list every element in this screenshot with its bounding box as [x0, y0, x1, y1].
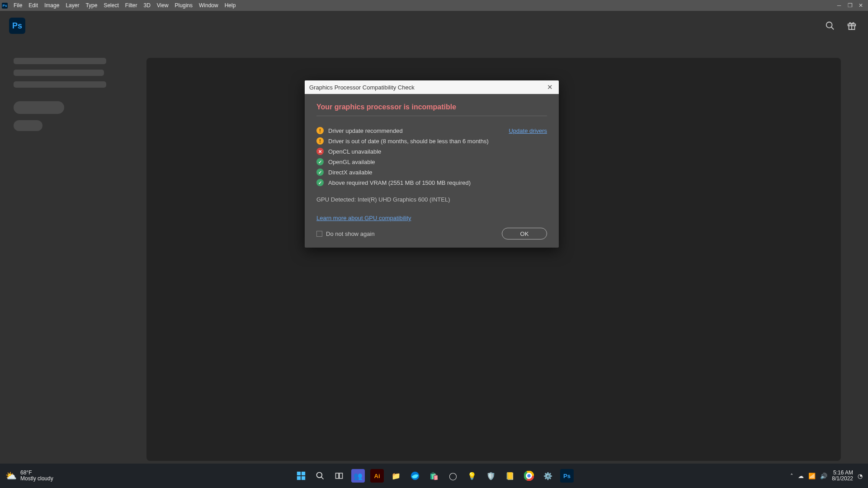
do-not-show-again[interactable]: Do not show again [316, 230, 375, 237]
check-text: OpenCL unavailable [328, 148, 547, 155]
weather-desc: Mostly cloudy [20, 476, 53, 482]
menu-view[interactable]: View [154, 2, 172, 9]
menu-filter[interactable]: Filter [122, 2, 141, 9]
close-icon[interactable]: ✕ [545, 83, 554, 91]
store-icon[interactable]: 🛍️ [427, 469, 441, 483]
check-row-directx: ✓ DirectX available [316, 169, 547, 176]
check-row-opengl: ✓ OpenGL available [316, 158, 547, 165]
placeholder-line [14, 58, 106, 64]
update-drivers-link[interactable]: Update drivers [509, 127, 547, 134]
placeholder-pill [14, 101, 64, 114]
dialog-title-text: Graphics Processor Compatibility Check [309, 84, 545, 91]
tray-notifications-icon[interactable]: ◔ [858, 473, 863, 479]
system-tray: ˄ ☁ 📶 🔊 5:16 AM 8/1/2022 ◔ [790, 470, 863, 482]
check-row-driver-update: ! Driver update recommended Update drive… [316, 127, 547, 134]
menu-layer[interactable]: Layer [62, 2, 82, 9]
svg-rect-12 [340, 473, 343, 479]
photoshop-taskbar-icon[interactable]: Ps [560, 469, 574, 483]
dns-label: Do not show again [326, 230, 375, 237]
tray-date: 8/1/2022 [832, 476, 853, 482]
tray-wifi-icon[interactable]: 📶 [808, 473, 816, 479]
app-icon-3[interactable]: 📒 [503, 469, 517, 483]
ok-button[interactable]: OK [502, 228, 547, 239]
placeholder-pill [14, 120, 42, 131]
menu-plugins[interactable]: Plugins [172, 2, 196, 9]
learn-more-link[interactable]: Learn more about GPU compatibility [316, 215, 411, 221]
check-row-driver-date: ! Driver is out of date (8 months, shoul… [316, 137, 547, 145]
weather-widget[interactable]: ⛅ 68°F Mostly cloudy [5, 470, 53, 482]
check-icon: ✓ [316, 179, 324, 186]
windows-taskbar: ⛅ 68°F Mostly cloudy 👥 Ai 📁 🛍️ ◯ 💡 🛡️ 📒 … [0, 464, 868, 488]
check-icon: ✓ [316, 158, 324, 165]
minimize-button[interactable]: ─ [834, 1, 844, 9]
menu-window[interactable]: Window [196, 2, 222, 9]
check-text: DirectX available [328, 169, 547, 176]
placeholder-line [14, 70, 104, 76]
menu-file[interactable]: File [10, 2, 25, 9]
tray-chevron-icon[interactable]: ˄ [790, 473, 793, 479]
tray-volume-icon[interactable]: 🔊 [820, 473, 827, 479]
ps-corner-icon: Ps [2, 3, 8, 9]
menu-type[interactable]: Type [82, 2, 100, 9]
svg-rect-8 [302, 476, 305, 480]
app-icon-2[interactable]: 💡 [465, 469, 479, 483]
dns-checkbox[interactable] [316, 231, 322, 237]
dialog-headline: Your graphics processor is incompatible [316, 103, 547, 116]
home-sidebar [14, 58, 113, 136]
gpu-detected-line: GPU Detected: Intel(R) UHD Graphics 600 … [316, 196, 547, 203]
svg-point-9 [317, 473, 322, 478]
svg-line-10 [321, 477, 324, 479]
tray-clock[interactable]: 5:16 AM 8/1/2022 [832, 470, 853, 482]
taskbar-search-icon[interactable] [313, 469, 327, 483]
tray-onedrive-icon[interactable]: ☁ [798, 473, 804, 479]
explorer-icon[interactable]: 📁 [389, 469, 403, 483]
gpu-compat-dialog: Graphics Processor Compatibility Check ✕… [305, 80, 559, 248]
warning-icon: ! [316, 137, 324, 145]
restore-button[interactable]: ❐ [844, 1, 855, 9]
chrome-icon[interactable] [522, 469, 536, 483]
svg-line-1 [831, 27, 834, 30]
menu-select[interactable]: Select [100, 2, 122, 9]
task-view-icon[interactable] [332, 469, 346, 483]
error-icon: ✕ [316, 148, 324, 155]
svg-rect-6 [302, 472, 305, 475]
placeholder-line [14, 81, 106, 88]
mcafee-icon[interactable]: 🛡️ [484, 469, 498, 483]
settings-icon[interactable]: ⚙️ [541, 469, 555, 483]
close-button[interactable]: ✕ [855, 1, 866, 9]
app-icon-1[interactable]: ◯ [446, 469, 460, 483]
illustrator-icon[interactable]: Ai [370, 469, 384, 483]
svg-rect-11 [336, 473, 339, 479]
check-text: OpenGL available [328, 159, 547, 165]
warning-icon: ! [316, 127, 324, 134]
ps-logo-icon: Ps [9, 18, 25, 34]
weather-icon: ⛅ [5, 470, 17, 481]
check-row-opencl: ✕ OpenCL unavailable [316, 148, 547, 155]
app-header: Ps [0, 11, 868, 41]
svg-point-18 [527, 474, 530, 477]
taskbar-center: 👥 Ai 📁 🛍️ ◯ 💡 🛡️ 📒 ⚙️ Ps [294, 469, 574, 483]
check-text: Driver update recommended [328, 127, 509, 134]
svg-rect-5 [297, 472, 301, 475]
menubar: Ps File Edit Image Layer Type Select Fil… [0, 0, 868, 11]
start-button[interactable] [294, 469, 308, 483]
menu-help[interactable]: Help [222, 2, 239, 9]
svg-point-0 [826, 22, 832, 28]
svg-rect-7 [297, 476, 301, 480]
check-text: Driver is out of date (8 months, should … [328, 138, 547, 145]
dialog-titlebar: Graphics Processor Compatibility Check ✕ [305, 80, 559, 94]
menu-3d[interactable]: 3D [140, 2, 153, 9]
edge-icon[interactable] [408, 469, 422, 483]
search-icon[interactable] [823, 19, 837, 33]
teams-icon[interactable]: 👥 [351, 469, 365, 483]
menu-edit[interactable]: Edit [25, 2, 41, 9]
gift-icon[interactable] [844, 19, 859, 33]
menu-image[interactable]: Image [41, 2, 62, 9]
check-text: Above required VRAM (2551 MB of 1500 MB … [328, 179, 547, 186]
check-icon: ✓ [316, 169, 324, 176]
check-row-vram: ✓ Above required VRAM (2551 MB of 1500 M… [316, 179, 547, 186]
